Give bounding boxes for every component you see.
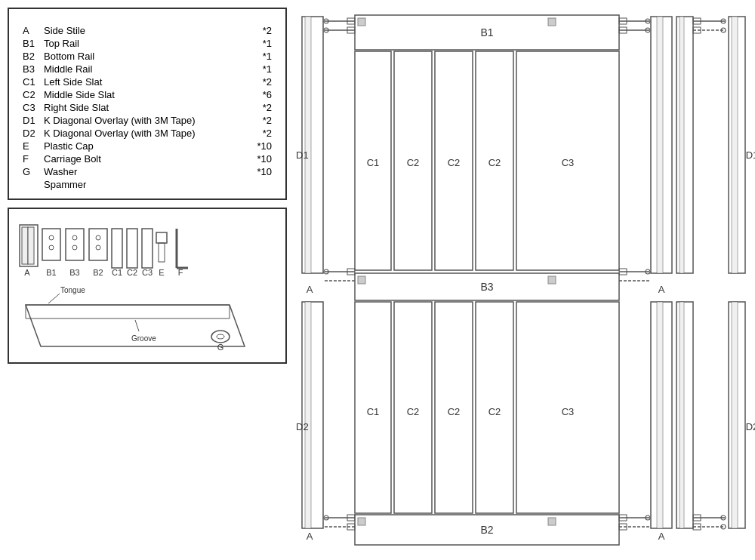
item-qty: *2 [248,24,275,37]
item-name: Right Side Slat [41,101,248,114]
svg-rect-77 [548,276,556,284]
svg-text:B1: B1 [46,268,56,277]
svg-text:B2: B2 [93,268,103,277]
package-row: E Plastic Cap *10 [20,140,275,152]
svg-rect-108 [657,17,663,273]
svg-rect-114 [680,17,684,273]
package-row: B3 Middle Rail *1 [20,63,275,75]
svg-rect-1 [22,227,28,264]
svg-text:C3: C3 [142,268,153,277]
right-panel: A A D1 D2 B1 C1 C2 [294,8,755,552]
item-name: K Diagonal Overlay (with 3M Tape) [41,127,248,140]
package-row: D2 K Diagonal Overlay (with 3M Tape) *2 [20,127,275,140]
svg-line-32 [135,320,139,331]
item-name: Middle Side Slat [41,88,248,101]
svg-rect-117 [680,302,684,528]
item-code: F [20,152,41,165]
svg-rect-40 [305,302,311,528]
svg-text:C2: C2 [407,157,420,168]
svg-rect-76 [358,276,365,284]
item-name: Carriage Bolt [41,152,248,165]
svg-text:A: A [307,284,313,295]
item-qty: *1 [248,50,275,63]
svg-rect-100 [548,518,556,525]
groove-tongue-svg: Tongue Groove G [18,282,252,354]
package-row: D1 K Diagonal Overlay (with 3M Tape) *2 [20,114,275,127]
item-qty: *2 [248,75,275,88]
svg-text:C2: C2 [448,406,461,417]
svg-rect-99 [358,518,365,525]
svg-rect-110 [657,302,663,528]
item-name: Plastic Cap [41,140,248,152]
svg-point-9 [72,235,77,240]
svg-text:C2: C2 [488,406,501,417]
svg-point-5 [49,235,54,240]
item-code: C3 [20,101,41,114]
svg-point-34 [211,331,230,343]
svg-text:A: A [658,531,665,542]
svg-text:F: F [178,268,183,277]
item-name: Spammer [41,178,248,191]
svg-rect-12 [89,229,107,260]
svg-rect-20 [142,229,153,268]
svg-text:C1: C1 [112,268,122,277]
svg-point-35 [217,334,224,339]
item-qty: *6 [248,88,275,101]
svg-rect-8 [66,229,84,260]
svg-text:C3: C3 [562,406,575,417]
item-qty: *10 [248,165,275,178]
package-row: Spammer [20,178,275,191]
package-row: C2 Middle Side Slat *6 [20,88,275,101]
item-code: C1 [20,75,41,88]
item-code: B2 [20,50,41,63]
item-code: G [20,165,41,178]
item-code: C2 [20,88,41,101]
package-row: G Washer *10 [20,165,275,178]
svg-text:A: A [307,531,313,542]
end-views-svg: A B1 B3 B2 C1 [18,221,237,278]
svg-point-13 [96,235,100,240]
svg-rect-52 [358,18,365,26]
svg-text:C3: C3 [562,157,575,168]
item-qty: *2 [248,127,275,140]
svg-text:B3: B3 [69,268,79,277]
svg-text:E: E [159,268,164,277]
item-name: Middle Rail [41,63,248,75]
svg-rect-22 [156,232,167,243]
item-code: B1 [20,37,41,50]
item-code: D2 [20,127,41,140]
svg-text:Groove: Groove [131,334,156,343]
item-code: A [20,24,41,37]
package-row: C1 Left Side Slat *2 [20,75,275,88]
svg-point-6 [49,245,54,250]
item-name: K Diagonal Overlay (with 3M Tape) [41,114,248,127]
item-code: E [20,140,41,152]
svg-rect-132 [732,17,738,273]
svg-point-10 [72,245,77,250]
svg-point-14 [96,245,100,250]
assembly-diagram: A A D1 D2 B1 C1 C2 [294,8,755,552]
package-row: F Carriage Bolt *10 [20,152,275,165]
package-row: A Side Stile *2 [20,24,275,37]
package-row: C3 Right Side Slat *2 [20,101,275,114]
svg-text:A: A [658,284,665,295]
item-name: Left Side Slat [41,75,248,88]
item-name: Top Rail [41,37,248,50]
item-code: D1 [20,114,41,127]
svg-rect-16 [112,229,122,268]
package-row: B2 Bottom Rail *1 [20,50,275,63]
svg-text:A: A [24,268,30,277]
svg-text:B1: B1 [480,26,493,38]
item-name: Bottom Rail [41,50,248,63]
svg-rect-134 [732,302,738,528]
svg-text:C2: C2 [127,268,137,277]
svg-rect-23 [159,243,165,262]
svg-marker-29 [26,305,230,318]
svg-line-30 [48,294,60,303]
svg-text:B2: B2 [480,524,493,536]
svg-text:C1: C1 [367,157,380,168]
svg-text:C2: C2 [448,157,461,168]
left-panel: A Side Stile *2 B1 Top Rail *1 B2 Bottom… [8,8,287,364]
svg-text:D2: D2 [296,421,309,432]
end-views-row: A B1 B3 B2 C1 [18,221,276,278]
